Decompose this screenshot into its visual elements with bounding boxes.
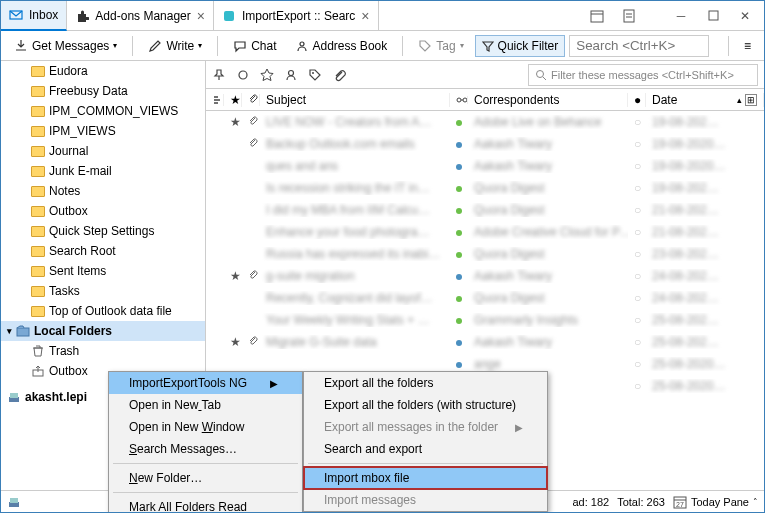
tab-inbox[interactable]: Inbox <box>1 1 67 31</box>
tab-importexport[interactable]: ImportExport :: Searc × <box>214 1 379 31</box>
maximize-button[interactable] <box>698 2 728 30</box>
quick-filter-button[interactable]: Quick Filter <box>475 35 566 57</box>
folder-item[interactable]: Tasks <box>1 281 205 301</box>
total-count: Total: 263 <box>617 496 665 508</box>
message-row[interactable]: Recently, Cognizant did layof…Quora Dige… <box>206 287 764 309</box>
tab-label: ImportExport :: Searc <box>242 9 355 23</box>
message-row[interactable]: Your Weekly Writing Stats + …Grammarly I… <box>206 309 764 331</box>
menu-item[interactable]: Mark All Folders Read <box>109 496 302 513</box>
folder-item[interactable]: Search Root <box>1 241 205 261</box>
get-messages-button[interactable]: Get Messages ▾ <box>7 35 124 57</box>
search-icon <box>535 69 547 81</box>
svg-rect-4 <box>624 10 634 22</box>
indicator-column[interactable]: ● <box>628 93 646 107</box>
folder-item[interactable]: Top of Outlook data file <box>1 301 205 321</box>
trash-folder[interactable]: Trash <box>1 341 205 361</box>
chat-button[interactable]: Chat <box>226 35 283 57</box>
menu-item[interactable]: Open in New Tab <box>109 394 302 416</box>
pin-icon[interactable] <box>212 68 226 82</box>
pencil-icon <box>148 39 162 53</box>
menu-label: Import mbox file <box>324 471 409 485</box>
tab-addons[interactable]: Add-ons Manager × <box>67 1 214 31</box>
message-row[interactable]: ★LIVE NOW - Creators from A…Adobe Live o… <box>206 111 764 133</box>
correspondents-column[interactable]: Correspondents <box>468 93 628 107</box>
svg-point-14 <box>289 70 294 75</box>
folder-item[interactable]: Junk E-mail <box>1 161 205 181</box>
calendar-icon[interactable] <box>582 2 612 30</box>
local-folders[interactable]: ▾ Local Folders <box>1 321 205 341</box>
minimize-button[interactable]: ─ <box>666 2 696 30</box>
folder-item[interactable]: IPM_VIEWS <box>1 121 205 141</box>
folder-label: Junk E-mail <box>49 164 112 178</box>
menu-label: Export all messages in the folder <box>324 420 498 434</box>
menu-item[interactable]: Search and export <box>304 438 547 460</box>
folder-item[interactable]: IPM_COMMON_VIEWS <box>1 101 205 121</box>
menu-item[interactable]: Search Messages… <box>109 438 302 460</box>
menu-item[interactable]: Import mbox file <box>304 467 547 489</box>
svg-point-18 <box>457 98 461 102</box>
folder-item[interactable]: Outbox <box>1 201 205 221</box>
menu-item: Import messages <box>304 489 547 511</box>
message-row[interactable]: Backup Outlook.com emailsAakash Tiwary○1… <box>206 133 764 155</box>
subject-column[interactable]: Subject <box>260 93 450 107</box>
tasks-icon[interactable] <box>614 2 644 30</box>
filter-icon <box>482 40 494 52</box>
star-column[interactable]: ★ <box>224 93 242 107</box>
address-book-button[interactable]: Address Book <box>288 35 395 57</box>
attachment-icon[interactable] <box>332 68 346 82</box>
chevron-down-icon: ▾ <box>7 326 12 336</box>
folder-item[interactable]: Freebusy Data <box>1 81 205 101</box>
message-row[interactable]: ques and ansAakash Tiwary○19-08-2020… <box>206 155 764 177</box>
menu-item[interactable]: Export all the folders (with structure) <box>304 394 547 416</box>
today-pane-button[interactable]: 27Today Pane ˄ <box>673 495 758 509</box>
menu-item[interactable]: New Folder… <box>109 467 302 489</box>
menu-button[interactable]: ≡ <box>737 35 758 57</box>
tag-icon[interactable] <box>308 68 322 82</box>
folder-icon <box>31 126 45 137</box>
menu-item[interactable]: Open in New Window <box>109 416 302 438</box>
thread-column[interactable] <box>206 94 224 106</box>
message-row[interactable]: Russia has expressed its inabi…Quora Dig… <box>206 243 764 265</box>
date-column[interactable]: Date▴ ⊞ <box>646 93 764 107</box>
inbox-icon <box>9 8 23 22</box>
message-row[interactable]: Enhance your food photogra…Adobe Creativ… <box>206 221 764 243</box>
contact-icon[interactable] <box>284 68 298 82</box>
menu-item[interactable]: Export all the folders <box>304 372 547 394</box>
tag-button[interactable]: Tag ▾ <box>411 35 470 57</box>
folder-icon <box>31 106 45 117</box>
write-button[interactable]: Write ▾ <box>141 35 209 57</box>
unread-icon[interactable] <box>236 68 250 82</box>
close-icon[interactable]: × <box>361 8 369 24</box>
attachment-column[interactable] <box>242 94 260 106</box>
folder-label: Journal <box>49 144 88 158</box>
folder-item[interactable]: Quick Step Settings <box>1 221 205 241</box>
folder-label: Quick Step Settings <box>49 224 154 238</box>
search-input[interactable] <box>569 35 709 57</box>
svg-text:27: 27 <box>676 501 684 508</box>
close-icon[interactable]: × <box>197 8 205 24</box>
message-row[interactable]: ★Migrate G-Suite dataAakash Tiwary○25-08… <box>206 331 764 353</box>
folder-item[interactable]: Journal <box>1 141 205 161</box>
svg-rect-1 <box>224 11 234 21</box>
folder-item[interactable]: Notes <box>1 181 205 201</box>
chevron-down-icon: ▾ <box>460 41 464 50</box>
svg-rect-22 <box>10 498 18 503</box>
message-row[interactable]: I did my MBA from IIM Calcu…Quora Digest… <box>206 199 764 221</box>
folder-label: Freebusy Data <box>49 84 128 98</box>
close-button[interactable]: ✕ <box>730 2 760 30</box>
folder-icon <box>31 286 45 297</box>
menu-label: Open in New Tab <box>129 398 221 412</box>
import-icon <box>222 9 236 23</box>
folder-item[interactable]: Sent Items <box>1 261 205 281</box>
folder-item[interactable]: Eudora <box>1 61 205 81</box>
read-column[interactable] <box>450 96 468 104</box>
folder-icon <box>31 66 45 77</box>
menu-item[interactable]: ImportExportTools NG▶ <box>109 372 302 394</box>
filter-input[interactable]: Filter these messages <Ctrl+Shift+K> <box>528 64 758 86</box>
trash-icon <box>31 344 45 358</box>
menu-label: Export all the folders <box>324 376 433 390</box>
folder-icon <box>16 324 30 338</box>
message-row[interactable]: ★g-suite migrationAakash Tiwary○24-08-20… <box>206 265 764 287</box>
star-icon[interactable] <box>260 68 274 82</box>
message-row[interactable]: Is recession striking the IT in…Quora Di… <box>206 177 764 199</box>
